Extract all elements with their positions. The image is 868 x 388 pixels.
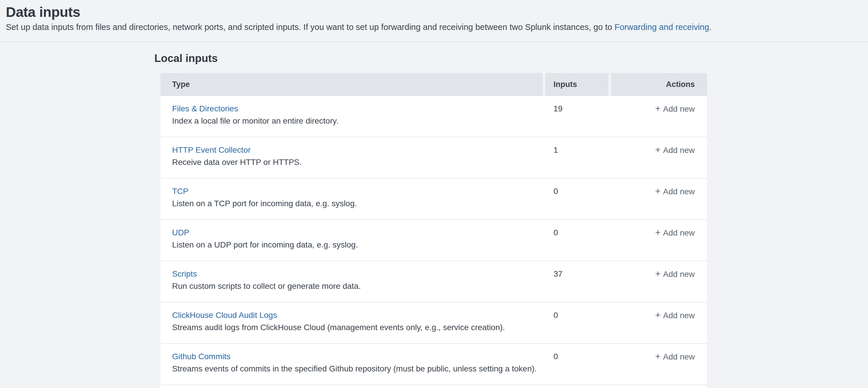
local-inputs-heading: Local inputs: [154, 52, 868, 65]
type-cell: Scripts Run custom scripts to collect or…: [160, 261, 545, 302]
plus-icon: +: [655, 269, 660, 279]
input-type-link[interactable]: UDP: [172, 228, 189, 238]
input-type-link[interactable]: Files & Directories: [172, 103, 238, 114]
plus-icon: +: [655, 351, 660, 361]
forwarding-and-receiving-link[interactable]: Forwarding and receiving: [615, 22, 709, 32]
input-type-description: Streams audit logs from ClickHouse Cloud…: [172, 323, 539, 332]
input-type-link[interactable]: ClickHouse Cloud Audit Logs: [172, 310, 277, 321]
add-new-label: Add new: [663, 187, 695, 196]
input-type-link[interactable]: Scripts: [172, 269, 197, 279]
actions-cell: +Add new: [611, 302, 707, 343]
inputs-count: 37: [545, 261, 611, 302]
actions-cell: +Add new: [611, 261, 707, 302]
table-row: ClickHouse Cloud Audit Logs Streams audi…: [160, 302, 707, 344]
actions-cell: +Add new: [611, 137, 707, 178]
input-type-description: Receive data over HTTP or HTTPS.: [172, 157, 539, 167]
column-header-inputs: Inputs: [545, 73, 609, 96]
input-type-link[interactable]: HTTP Event Collector: [172, 145, 251, 155]
inputs-count: 0: [545, 302, 611, 343]
column-header-actions: Actions: [611, 73, 707, 96]
add-new-label: Add new: [663, 228, 695, 237]
page-title: Data inputs: [6, 4, 856, 20]
type-cell: HTTP Event Collector Receive data over H…: [160, 137, 545, 178]
actions-cell: +Add new: [611, 179, 707, 219]
actions-cell: +Add new: [611, 96, 707, 137]
page-subtitle-text: Set up data inputs from files and direct…: [6, 22, 615, 32]
type-cell: TCP Listen on a TCP port for incoming da…: [160, 179, 545, 219]
data-inputs-page: Data inputs Set up data inputs from file…: [0, 0, 868, 388]
column-header-type: Type: [160, 73, 543, 96]
inputs-count: 0: [545, 344, 611, 385]
table-row: UDP Listen on a UDP port for incoming da…: [160, 220, 707, 261]
actions-cell: +Add new: [611, 344, 707, 385]
actions-cell: +Add new: [611, 220, 707, 261]
input-type-link[interactable]: TCP: [172, 186, 188, 197]
type-cell: UDP Listen on a UDP port for incoming da…: [160, 220, 545, 261]
add-new-link[interactable]: +Add new: [655, 228, 695, 237]
inputs-count: 1: [545, 137, 611, 178]
add-new-link[interactable]: +Add new: [655, 146, 695, 155]
add-new-label: Add new: [663, 146, 695, 155]
table-row: TCP Listen on a TCP port for incoming da…: [160, 179, 707, 220]
local-inputs-table: Type Inputs Actions Files & Directories …: [160, 73, 707, 388]
add-new-label: Add new: [663, 352, 695, 361]
page-subtitle-period: .: [709, 22, 712, 32]
table-header-row: Type Inputs Actions: [160, 73, 707, 96]
add-new-link[interactable]: +Add new: [655, 187, 695, 196]
inputs-count: 0: [545, 220, 611, 261]
add-new-label: Add new: [663, 311, 695, 320]
input-type-link[interactable]: Github Commits: [172, 351, 230, 362]
page-subtitle: Set up data inputs from files and direct…: [6, 22, 856, 32]
type-cell: ClickHouse Cloud Audit Logs Streams audi…: [160, 302, 545, 343]
plus-icon: +: [655, 103, 660, 114]
table-row: Github Commits Streams events of commits…: [160, 344, 707, 385]
input-type-description: Index a local file or monitor an entire …: [172, 116, 539, 126]
add-new-label: Add new: [663, 270, 695, 279]
table-row: Files & Directories Index a local file o…: [160, 96, 707, 137]
table-body: Files & Directories Index a local file o…: [160, 96, 707, 385]
inputs-count: 0: [545, 179, 611, 219]
add-new-link[interactable]: +Add new: [655, 270, 695, 279]
plus-icon: +: [655, 310, 660, 320]
add-new-link[interactable]: +Add new: [655, 311, 695, 320]
type-cell: Github Commits Streams events of commits…: [160, 344, 545, 385]
add-new-label: Add new: [663, 105, 695, 113]
input-type-description: Listen on a TCP port for incoming data, …: [172, 199, 539, 209]
input-type-description: Run custom scripts to collect or generat…: [172, 281, 539, 291]
table-row: HTTP Event Collector Receive data over H…: [160, 137, 707, 179]
add-new-link[interactable]: +Add new: [655, 352, 695, 361]
plus-icon: +: [655, 186, 660, 196]
input-type-description: Streams events of commits in the specifi…: [172, 364, 539, 374]
input-type-description: Listen on a UDP port for incoming data, …: [172, 240, 539, 250]
next-row-partial: [160, 385, 707, 388]
plus-icon: +: [655, 228, 660, 238]
page-header: Data inputs Set up data inputs from file…: [0, 0, 868, 42]
plus-icon: +: [655, 145, 660, 155]
add-new-link[interactable]: +Add new: [655, 105, 695, 113]
inputs-count: 19: [545, 96, 611, 137]
type-cell: Files & Directories Index a local file o…: [160, 96, 545, 137]
table-row: Scripts Run custom scripts to collect or…: [160, 261, 707, 302]
